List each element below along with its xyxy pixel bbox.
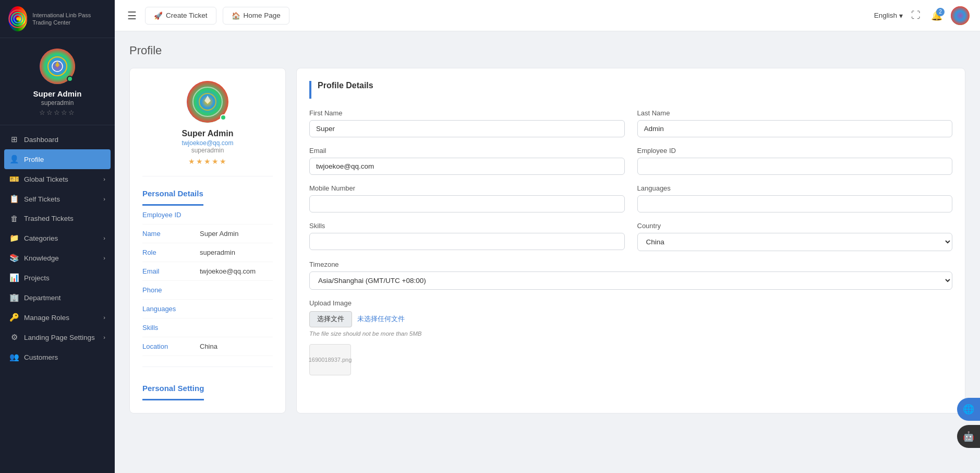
topbar: ☰ 🚀 Create Ticket 🏠 Home Page English ▾ …: [115, 0, 980, 31]
sidebar-item-customers[interactable]: 👥 Customers: [0, 347, 115, 367]
home-page-button[interactable]: 🏠 Home Page: [223, 7, 289, 25]
detail-label: Location: [142, 342, 200, 350]
profile-details-title: Profile Details: [309, 81, 952, 99]
chevron-right-icon: ›: [103, 334, 105, 340]
sidebar-item-landing-page-settings[interactable]: ⚙ Landing Page Settings ›: [0, 327, 115, 347]
chevron-right-icon: ›: [103, 235, 105, 241]
manage-roles-icon: 🔑: [9, 313, 19, 322]
timezone-label: Timezone: [309, 261, 952, 268]
skills-label: Skills: [309, 222, 625, 230]
sidebar-user-info: Super Admin superadmin ☆☆☆☆☆: [0, 38, 115, 125]
last-name-label: Last Name: [637, 109, 953, 117]
create-ticket-label: Create Ticket: [166, 11, 208, 19]
sidebar-rating: ☆☆☆☆☆: [39, 109, 76, 116]
chatbot-float-button[interactable]: 🤖: [957, 425, 980, 448]
mobile-input[interactable]: [309, 195, 625, 212]
last-name-input[interactable]: [637, 120, 953, 137]
upload-no-file-text: 未选择任何文件: [357, 315, 405, 324]
svg-point-8: [951, 6, 970, 25]
logo-icon: [8, 6, 27, 31]
detail-label: Languages: [142, 305, 200, 313]
first-name-input[interactable]: [309, 120, 625, 137]
first-name-group: First Name: [309, 109, 625, 137]
detail-row: Phone: [142, 281, 273, 300]
left-card: Super Admin twjoekoe@qq.com superadmin ★…: [129, 68, 286, 413]
create-ticket-icon: 🚀: [154, 11, 163, 20]
sidebar-item-label: Customers: [24, 353, 58, 361]
notifications-button[interactable]: 🔔 2: [929, 8, 945, 23]
sidebar-item-department[interactable]: 🏢 Department: [0, 288, 115, 308]
detail-row: Emailtwjoekoe@qq.com: [142, 262, 273, 281]
sidebar-nav: ⊞ Dashboard 👤 Profile 🎫 Global Tickets ›…: [0, 125, 115, 473]
sidebar-item-label: Global Tickets: [24, 175, 68, 183]
sidebar-item-trashed-tickets[interactable]: 🗑 Trashed Tickets: [0, 209, 115, 228]
sidebar-item-global-tickets[interactable]: 🎫 Global Tickets ›: [0, 169, 115, 189]
chevron-right-icon: ›: [103, 176, 105, 182]
chevron-down-icon: ▾: [899, 11, 903, 20]
create-ticket-button[interactable]: 🚀 Create Ticket: [145, 7, 216, 25]
sidebar-item-profile[interactable]: 👤 Profile: [4, 149, 111, 169]
personal-details-list: Employee IDNameSuper AdminRolesuperadmin…: [142, 206, 273, 356]
language-selector[interactable]: English ▾: [874, 11, 903, 20]
detail-label: Skills: [142, 324, 200, 332]
languages-group: Languages: [637, 184, 953, 212]
profile-layout: Super Admin twjoekoe@qq.com superadmin ★…: [129, 68, 965, 413]
profile-role: superadmin: [191, 147, 224, 154]
sidebar-item-label: Profile: [24, 156, 44, 163]
country-select[interactable]: China USA UK: [637, 233, 953, 251]
sidebar-item-manage-roles[interactable]: 🔑 Manage Roles ›: [0, 308, 115, 327]
sidebar-item-label: Department: [24, 294, 61, 302]
profile-icon: 👤: [9, 155, 19, 164]
trash-icon: 🗑: [9, 214, 19, 223]
upload-label: Upload Image: [309, 299, 952, 307]
right-card: Profile Details First Name Last Name Ema…: [296, 68, 965, 413]
email-label: Email: [309, 147, 625, 155]
chevron-right-icon: ›: [103, 314, 105, 321]
skills-input[interactable]: [309, 233, 625, 250]
chevron-right-icon: ›: [103, 196, 105, 202]
fullscreen-button[interactable]: ⛶: [909, 8, 923, 23]
chevron-right-icon: ›: [103, 255, 105, 261]
notification-badge: 2: [936, 8, 945, 16]
timezone-group: Timezone Asia/Shanghai (GMT/UTC +08:00): [309, 261, 952, 290]
profile-name: Super Admin: [182, 129, 234, 138]
preview-filename: 1690018937.png: [309, 357, 352, 363]
detail-value: China: [200, 342, 217, 350]
sidebar-item-knowledge[interactable]: 📚 Knowledge ›: [0, 248, 115, 268]
employee-id-input[interactable]: [637, 158, 953, 175]
self-tickets-icon: 📋: [9, 194, 19, 204]
detail-label: Name: [142, 230, 200, 238]
sidebar-item-projects[interactable]: 📊 Projects: [0, 268, 115, 288]
email-input[interactable]: [309, 158, 625, 175]
languages-label: Languages: [637, 184, 953, 192]
online-indicator: [67, 76, 73, 82]
knowledge-icon: 📚: [9, 253, 19, 263]
sidebar-item-dashboard[interactable]: ⊞ Dashboard: [0, 129, 115, 149]
detail-label: Phone: [142, 286, 200, 294]
menu-toggle-button[interactable]: ☰: [125, 7, 139, 24]
languages-input[interactable]: [637, 195, 953, 212]
department-icon: 🏢: [9, 293, 19, 302]
detail-row: LocationChina: [142, 337, 273, 356]
sidebar-item-self-tickets[interactable]: 📋 Self Tickets ›: [0, 189, 115, 209]
detail-row: Rolesuperadmin: [142, 243, 273, 262]
personal-setting-title: Personal Setting: [142, 375, 204, 400]
profile-summary: Super Admin twjoekoe@qq.com superadmin ★…: [142, 81, 273, 176]
upload-file-button[interactable]: 选择文件: [309, 311, 352, 327]
mobile-group: Mobile Number: [309, 184, 625, 212]
sidebar-item-label: Landing Page Settings: [24, 334, 95, 341]
detail-label: Employee ID: [142, 211, 200, 219]
profile-rating-stars: ★★★★★: [188, 157, 227, 165]
translate-float-button[interactable]: 🌐: [957, 398, 980, 421]
upload-row: 选择文件 未选择任何文件: [309, 311, 952, 327]
sidebar-item-categories[interactable]: 📁 Categories ›: [0, 228, 115, 248]
upload-preview: 1690018937.png: [309, 344, 351, 375]
personal-details-title: Personal Details: [142, 181, 273, 206]
topbar-user-avatar[interactable]: [951, 6, 970, 25]
email-group: Email: [309, 147, 625, 175]
sidebar-handle: superadmin: [41, 99, 74, 107]
sidebar-item-label: Manage Roles: [24, 314, 69, 322]
detail-row: Languages: [142, 300, 273, 318]
categories-icon: 📁: [9, 233, 19, 243]
timezone-select[interactable]: Asia/Shanghai (GMT/UTC +08:00): [309, 271, 952, 290]
